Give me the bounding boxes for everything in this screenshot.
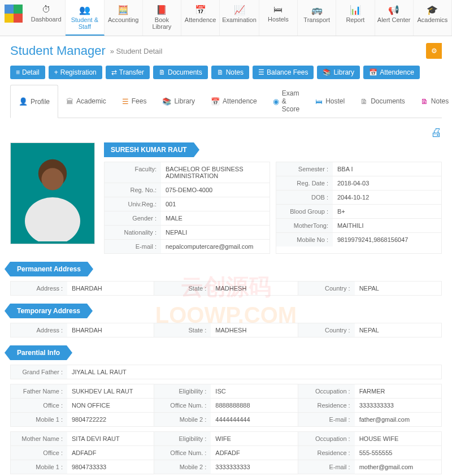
- data-cell: E-mail :father@gmail.com: [298, 413, 441, 426]
- info-row: Reg. Date :2018-04-03: [276, 176, 441, 191]
- info-label: Nationality :: [105, 226, 161, 239]
- field-value: father@gmail.com: [355, 413, 441, 426]
- print-icon[interactable]: 🖨: [431, 126, 442, 139]
- section-title: Temporary Address: [10, 304, 87, 318]
- logo: [2, 2, 25, 25]
- top-nav: ⏱Dashboard👥Student & Staff🧮Accounting📕Bo…: [0, 0, 452, 36]
- info-row: MotherTong:MAITHILI: [276, 219, 441, 233]
- info-value: 9819979241,9868156047: [333, 233, 441, 246]
- action-balance-fees[interactable]: ☰ Balance Fees: [253, 66, 314, 79]
- field-value: 3333333333: [211, 460, 297, 474]
- field-value: HOUSE WIFE: [355, 432, 441, 445]
- nav-report[interactable]: 📊Report: [336, 0, 375, 36]
- info-label: Univ.Reg.:: [105, 197, 161, 211]
- field-value: MADHESH: [211, 282, 297, 295]
- info-value: BACHELOR OF BUSINESS ADMINISTRATION: [161, 162, 270, 183]
- action-transfer[interactable]: ⇄ Transfer: [106, 66, 150, 79]
- data-row: Father Name :SUKHDEV LAL RAUTEligibility…: [11, 384, 441, 398]
- tab-fees[interactable]: ☰ Fees: [114, 85, 155, 118]
- info-label: Mobile No :: [276, 233, 333, 246]
- tab-hostel[interactable]: 🛏 Hostel: [307, 85, 353, 118]
- data-cell: Occupation :HOUSE WIFE: [298, 432, 441, 445]
- data-cell: State :MADHESH: [154, 282, 298, 295]
- field-value: BHARDAH: [67, 323, 154, 337]
- nav-dashboard[interactable]: ⏱Dashboard: [27, 0, 66, 36]
- field-label: Occupation :: [298, 432, 355, 445]
- field-value: SUKHDEV LAL RAUT: [67, 384, 154, 398]
- field-value: BHARDAH: [67, 282, 154, 295]
- field-label: State :: [154, 282, 211, 295]
- field-value: JIYALAL LAL RAUT: [67, 365, 441, 379]
- field-label: Father Name :: [11, 384, 67, 398]
- tab-attendence[interactable]: 📅 Attendence: [203, 85, 265, 118]
- tab-documents[interactable]: 🗎 Documents: [353, 85, 413, 118]
- info-label: Reg. No.:: [105, 183, 161, 197]
- field-label: Office :: [11, 399, 67, 412]
- info-value: MALE: [161, 211, 270, 225]
- data-cell: Residence :555-555555: [298, 446, 441, 460]
- action-notes[interactable]: 🗎 Notes: [211, 66, 249, 79]
- data-cell: Residence :3333333333: [298, 399, 441, 412]
- data-cell: E-mail :mother@gmail.com: [298, 460, 441, 474]
- nav-attendence[interactable]: 📅Attendence: [181, 0, 220, 36]
- data-cell: Eligibility :ISC: [154, 384, 298, 398]
- data-cell: Mobile 1 :9804722222: [11, 413, 154, 426]
- field-value: ISC: [211, 384, 297, 398]
- info-label: Reg. Date :: [276, 176, 333, 190]
- field-label: Office :: [11, 446, 67, 460]
- action-registration[interactable]: + Registration: [49, 66, 102, 79]
- action-documents[interactable]: 🗎 Documents: [153, 66, 208, 79]
- field-label: Occupation :: [298, 384, 355, 398]
- nav-transport[interactable]: 🚌Transport: [298, 0, 336, 36]
- tab-academic[interactable]: 🏛 Academic: [58, 85, 114, 118]
- data-row: Address :BHARDAHState :MADHESHCountry :N…: [11, 323, 441, 337]
- data-cell: Office :NON OFFICE: [11, 399, 154, 412]
- info-row: E-mail :nepalcomputercare@gmail.com: [105, 240, 270, 253]
- svg-point-3: [41, 168, 63, 190]
- nav-hostels[interactable]: 🛏Hostels: [259, 0, 298, 36]
- info-row: Nationality :NEPALI: [105, 226, 270, 240]
- field-label: Residence :: [298, 446, 355, 460]
- section-title: Parential Info: [10, 345, 67, 360]
- student-photo: [10, 142, 95, 244]
- nav-student-staff[interactable]: 👥Student & Staff: [66, 0, 104, 36]
- info-value: 001: [161, 197, 270, 211]
- data-cell: Office :ADFADF: [11, 446, 154, 460]
- nav-examination[interactable]: 📈Examination: [220, 0, 259, 36]
- action-detail[interactable]: ≡ Detail: [10, 66, 45, 79]
- action-attendence[interactable]: 📅 Attendence: [363, 66, 420, 79]
- student-name-badge: SURESH KUMAR RAUT: [104, 142, 194, 157]
- action-library[interactable]: 📚 Library: [317, 66, 360, 79]
- field-label: Grand Father :: [11, 365, 67, 379]
- info-row: Mobile No :9819979241,9868156047: [276, 233, 441, 246]
- action-bar: ≡ Detail+ Registration⇄ Transfer🗎 Docume…: [0, 66, 452, 85]
- field-label: Country :: [298, 323, 355, 337]
- field-label: Office Num. :: [154, 399, 211, 412]
- info-value: 075-DEMO-4000: [161, 183, 270, 197]
- data-cell: Grand Father :JIYALAL LAL RAUT: [11, 365, 441, 379]
- nav-academics[interactable]: 🎓Academics: [414, 0, 452, 36]
- info-value: MAITHILI: [333, 219, 441, 232]
- info-row: Semester :BBA I: [276, 162, 441, 176]
- data-cell: Country :NEPAL: [298, 323, 441, 337]
- field-value: 4444444444: [211, 413, 297, 426]
- tab-library[interactable]: 📚 Library: [154, 85, 203, 118]
- field-label: Mobile 1 :: [11, 413, 67, 426]
- tab-profile[interactable]: 👤 Profile: [10, 85, 58, 118]
- nav-accounting[interactable]: 🧮Accounting: [105, 0, 143, 36]
- field-value: 3333333333: [355, 399, 441, 412]
- settings-button[interactable]: ⚙: [426, 43, 442, 59]
- nav-alert-center[interactable]: 📢Alert Center: [375, 0, 414, 36]
- section-title: Permanent Address: [10, 262, 88, 276]
- tab-exam-score[interactable]: ◉ Exam & Score: [265, 85, 307, 118]
- info-label: DOB :: [276, 191, 333, 204]
- data-cell: Mobile 2 :4444444444: [154, 413, 298, 426]
- tab-notes[interactable]: 🗎 Notes: [413, 85, 452, 118]
- info-label: E-mail :: [105, 240, 161, 253]
- data-row: Address :BHARDAHState :MADHESHCountry :N…: [11, 282, 441, 295]
- field-label: Residence :: [298, 399, 355, 412]
- nav-book-library[interactable]: 📕Book Library: [143, 0, 181, 36]
- data-cell: Mother Name :SITA DEVI RAUT: [11, 432, 154, 445]
- field-value: ADFADF: [211, 446, 297, 460]
- field-value: NON OFFICE: [67, 399, 154, 412]
